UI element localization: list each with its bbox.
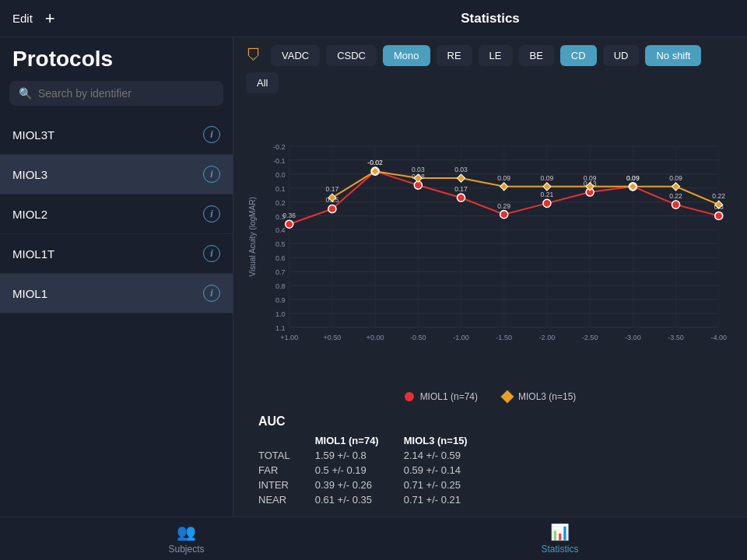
auc-row-total: TOTAL 1.59 +/- 0.8 2.14 +/- 0.59 [258,448,493,463]
auc-section: AUC MIOL1 (n=74) MIOL3 (n=15) TOTAL 1.59… [233,408,747,516]
auc-val2: 2.14 +/- 0.59 [404,448,493,463]
filter-btn-le[interactable]: LE [479,45,513,66]
svg-text:0.09: 0.09 [497,174,510,182]
svg-text:-0.02: -0.02 [367,159,383,166]
svg-marker-79 [457,174,465,182]
auc-val1: 0.39 +/- 0.26 [315,478,404,492]
info-icon-miol2[interactable]: i [203,205,220,222]
bottom-nav: 👥 Subjects 📊 Statistics [0,516,747,560]
miol3-dot [501,390,514,404]
svg-text:0.09: 0.09 [541,174,554,182]
svg-text:0.17: 0.17 [326,185,339,193]
sidebar-list: MIOL3T i MIOL3 i MIOL2 i MIOL1T i MIOL1 … [0,115,233,516]
filter-btn-re[interactable]: RE [437,45,472,66]
filter-btn-cd[interactable]: CD [560,45,597,66]
svg-point-53 [328,205,336,212]
svg-text:+0.00: +0.00 [366,334,384,341]
search-input[interactable] [38,87,214,100]
search-icon: 🔍 [19,87,32,100]
svg-text:-2.00: -2.00 [539,334,556,341]
sidebar-item-label: MIOL3T [12,128,54,142]
svg-text:0.03: 0.03 [412,166,425,173]
svg-text:0.09: 0.09 [669,174,682,182]
svg-text:0.09: 0.09 [584,174,597,182]
info-icon-miol3t[interactable]: i [203,126,220,143]
auc-row-label: TOTAL [258,448,315,463]
svg-text:-0.2: -0.2 [273,143,286,151]
content-area: ⛉ VADCCSDCMonoRELEBECDUDNo shiftAll -0.2… [233,37,747,516]
svg-text:+1.00: +1.00 [280,334,298,341]
auc-row-near: NEAR 0.61 +/- 0.35 0.71 +/- 0.21 [258,492,493,507]
main-layout: Protocols 🔍 MIOL3T i MIOL3 i MIOL2 i MIO… [0,37,747,516]
svg-point-71 [715,212,723,219]
subjects-nav-icon: 👥 [177,523,196,541]
sidebar-item-miol3[interactable]: MIOL3 i [0,155,233,194]
svg-text:0.21: 0.21 [541,191,554,198]
auc-table: MIOL1 (n=74) MIOL3 (n=15) TOTAL 1.59 +/-… [258,433,493,507]
auc-val1: 0.5 +/- 0.19 [315,463,404,478]
svg-point-63 [543,199,551,207]
sidebar-item-miol2[interactable]: MIOL2 i [0,194,233,234]
svg-marker-89 [672,183,679,191]
statistics-nav-icon: 📊 [550,523,570,541]
info-icon-miol1t[interactable]: i [203,245,220,262]
svg-point-59 [457,194,465,201]
filter-bar: ⛉ VADCCSDCMonoRELEBECDUDNo shiftAll [233,37,747,101]
page-title: Statistics [246,11,735,26]
sidebar-item-miol3t[interactable]: MIOL3T i [0,115,233,155]
svg-text:0.1: 0.1 [275,185,286,193]
svg-text:Visual Acuity (logMAR): Visual Acuity (logMAR) [248,197,257,277]
svg-text:0.36: 0.36 [282,212,296,219]
svg-text:0.22: 0.22 [669,192,682,200]
info-icon-miol1[interactable]: i [203,285,220,302]
svg-text:0.09: 0.09 [626,174,640,182]
auc-col1: MIOL1 (n=74) [315,433,404,448]
subjects-nav-label: Subjects [168,544,204,555]
sidebar-item-miol1[interactable]: MIOL1 i [0,274,233,313]
svg-text:-2.50: -2.50 [582,334,598,341]
miol1-dot [405,392,414,401]
filter-btn-no-shift[interactable]: No shift [645,45,701,66]
info-icon-miol3[interactable]: i [203,166,220,183]
svg-text:0.2: 0.2 [275,199,286,207]
svg-text:0.29: 0.29 [497,202,510,210]
edit-button[interactable]: Edit [12,12,33,25]
sidebar-item-label: MIOL1T [12,247,54,261]
svg-text:-0.1: -0.1 [273,157,286,165]
nav-item-subjects[interactable]: 👥 Subjects [168,523,204,555]
sidebar-title: Protocols [0,37,233,78]
filter-btn-all[interactable]: All [246,72,279,93]
svg-text:0.03: 0.03 [454,166,468,173]
legend-miol1-label: MIOL1 (n=74) [420,391,478,402]
svg-text:1.0: 1.0 [275,310,286,318]
svg-text:-4.00: -4.00 [710,334,727,341]
filter-btn-ud[interactable]: UD [603,45,640,66]
svg-point-69 [672,201,679,208]
svg-marker-83 [543,183,551,191]
filter-btn-be[interactable]: BE [519,45,554,66]
statistics-chart: -0.2-0.10.00.10.20.30.40.50.60.70.80.91.… [246,101,735,388]
filter-btn-vadc[interactable]: VADC [271,45,320,66]
svg-text:0.22: 0.22 [712,192,725,200]
svg-text:0.4: 0.4 [275,226,286,234]
svg-point-61 [500,211,508,219]
auc-col2: MIOL3 (n=15) [404,433,493,448]
svg-text:-3.00: -3.00 [625,334,641,341]
nav-item-statistics[interactable]: 📊 Statistics [541,523,578,555]
top-bar-left: Edit + [12,10,246,27]
chart-legend: MIOL1 (n=74) MIOL3 (n=15) [233,388,747,408]
svg-text:-1.00: -1.00 [453,334,469,341]
svg-text:1.1: 1.1 [275,324,286,332]
auc-row-inter: INTER 0.39 +/- 0.26 0.71 +/- 0.25 [258,478,493,492]
top-bar: Edit + Statistics [0,0,747,37]
auc-val2: 0.71 +/- 0.25 [404,478,493,492]
auc-val1: 0.61 +/- 0.35 [315,492,404,507]
sidebar-item-miol1t[interactable]: MIOL1T i [0,234,233,274]
sidebar-item-label: MIOL2 [12,208,47,221]
add-button[interactable]: + [45,10,55,27]
filter-btn-mono[interactable]: Mono [383,45,430,66]
filter-btn-csdc[interactable]: CSDC [326,45,377,66]
auc-row-label: FAR [258,463,315,478]
auc-row-far: FAR 0.5 +/- 0.19 0.59 +/- 0.14 [258,463,493,478]
svg-text:-0.50: -0.50 [410,334,426,341]
